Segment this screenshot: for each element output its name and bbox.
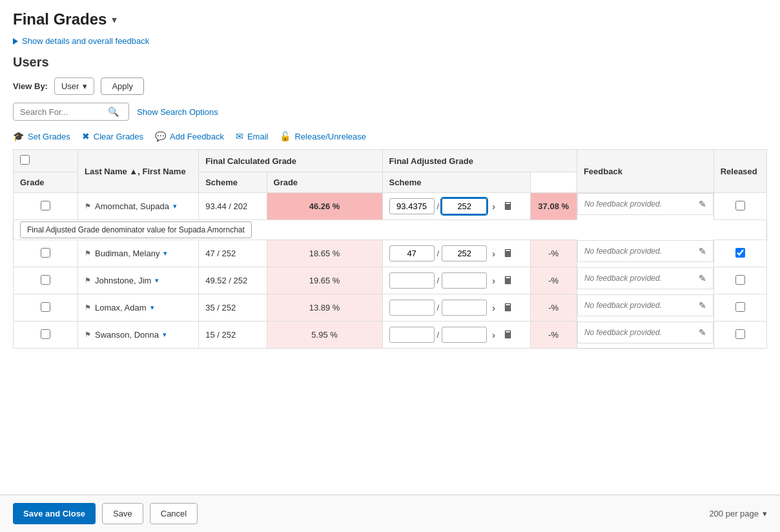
student-row-chevron-icon[interactable]: ▾ <box>150 303 154 312</box>
adj-numerator-input[interactable] <box>389 245 435 261</box>
calculator-button[interactable]: 🖩 <box>500 200 516 214</box>
adj-denominator-input[interactable] <box>442 272 487 289</box>
flag-icon: ⚑ <box>85 331 91 339</box>
adj-denominator-input[interactable] <box>442 198 487 214</box>
details-triangle-icon <box>13 38 18 45</box>
save-button[interactable]: Save <box>102 503 143 524</box>
row-checkbox[interactable] <box>41 248 50 258</box>
search-icon: 🔍 <box>108 107 119 117</box>
edit-feedback-button[interactable]: ✎ <box>699 273 706 283</box>
select-all-checkbox[interactable] <box>20 155 30 165</box>
add-feedback-button[interactable]: 💬 Add Feedback <box>155 131 224 141</box>
edit-feedback-button[interactable]: ✎ <box>699 300 706 311</box>
feedback-text: No feedback provided. <box>584 200 662 209</box>
calc-scheme-cell: 5.95 % <box>267 322 382 349</box>
released-checkbox[interactable] <box>735 248 745 258</box>
apply-button[interactable]: Apply <box>101 77 144 95</box>
student-row-chevron-icon[interactable]: ▾ <box>163 331 167 339</box>
adj-denominator-input[interactable] <box>442 245 487 261</box>
edit-feedback-button[interactable]: ✎ <box>699 327 706 338</box>
table-row: ⚑ Amornchat, Supada ▾ 93.44 / 20246.26 %… <box>14 193 767 220</box>
calculator-button[interactable]: 🖩 <box>500 301 516 315</box>
title-chevron-icon[interactable]: ▾ <box>112 14 117 26</box>
slash-separator: / <box>437 303 440 312</box>
header-select-all-checkbox[interactable] <box>14 150 78 172</box>
released-checkbox[interactable] <box>735 275 745 285</box>
released-checkbox[interactable] <box>735 329 745 339</box>
row-checkbox[interactable] <box>41 302 50 312</box>
calc-grade-cell: 93.44 / 202 <box>199 193 267 220</box>
student-name-text: Amornchat, Supada <box>95 201 169 211</box>
release-unrelease-button[interactable]: 🔓 Release/Unrelease <box>280 131 366 141</box>
row-student-name-cell: ⚑ Swanson, Donna ▾ <box>78 322 199 349</box>
email-button[interactable]: ✉ Email <box>236 131 269 141</box>
calculator-button[interactable]: 🖩 <box>500 247 516 261</box>
feedback-text: No feedback provided. <box>584 328 662 337</box>
header-released: Released <box>713 150 766 193</box>
header-feedback: Feedback <box>577 150 713 193</box>
adj-numerator-input[interactable] <box>389 272 435 289</box>
calculator-button[interactable]: 🖩 <box>500 274 516 288</box>
page-title-row: Final Grades ▾ <box>13 10 767 28</box>
row-student-name-cell: ⚑ Amornchat, Supada ▾ <box>78 193 199 220</box>
view-by-dropdown[interactable]: User ▾ <box>54 77 94 95</box>
show-search-options-link[interactable]: Show Search Options <box>137 107 218 117</box>
student-row-chevron-icon[interactable]: ▾ <box>155 276 159 285</box>
adj-arrow-button[interactable]: › <box>489 200 498 213</box>
adj-arrow-button[interactable]: › <box>489 247 498 260</box>
row-checkbox-cell <box>14 240 78 267</box>
row-student-name-cell: ⚑ Lomax, Adam ▾ <box>78 294 199 322</box>
adj-arrow-button[interactable]: › <box>489 302 498 314</box>
tooltip-cell: Final Adjusted Grade denominator value f… <box>14 220 767 240</box>
show-details-link[interactable]: Show details and overall feedback <box>13 36 767 46</box>
row-checkbox[interactable] <box>41 275 50 285</box>
adj-denominator-input[interactable] <box>442 300 487 316</box>
search-input[interactable] <box>20 107 104 117</box>
released-checkbox[interactable] <box>735 302 745 312</box>
page-title: Final Grades <box>13 10 107 28</box>
student-name-text: Budiman, Melany <box>95 249 159 258</box>
row-checkbox[interactable] <box>41 201 50 210</box>
released-checkbox[interactable] <box>735 201 745 210</box>
student-row-chevron-icon[interactable]: ▾ <box>163 249 167 258</box>
clear-grades-button[interactable]: ✖ Clear Grades <box>82 131 143 141</box>
student-name: ⚑ Lomax, Adam ▾ <box>85 303 192 312</box>
header-name-label: Last Name ▲, First Name <box>85 167 186 176</box>
email-label: Email <box>247 132 269 141</box>
footer-left: Save and Close Save Cancel <box>13 503 198 524</box>
adj-grade-cell: /›🖩 <box>382 240 530 267</box>
student-row-chevron-icon[interactable]: ▾ <box>173 202 177 210</box>
adj-denominator-input[interactable] <box>442 327 487 343</box>
header-name: Last Name ▲, First Name <box>78 150 199 193</box>
add-feedback-label: Add Feedback <box>170 132 224 141</box>
student-name: ⚑ Budiman, Melany ▾ <box>85 249 192 258</box>
row-checkbox-cell <box>14 267 78 294</box>
adj-scheme-cell: -% <box>530 322 577 349</box>
adj-numerator-input[interactable] <box>389 327 435 343</box>
save-and-close-button[interactable]: Save and Close <box>13 503 96 524</box>
student-name: ⚑ Swanson, Donna ▾ <box>85 330 192 340</box>
edit-feedback-button[interactable]: ✎ <box>699 199 706 209</box>
adj-scheme-cell: -% <box>530 294 577 322</box>
view-by-chevron-icon: ▾ <box>83 81 87 91</box>
cancel-button[interactable]: Cancel <box>150 503 198 524</box>
edit-feedback-button[interactable]: ✎ <box>699 246 706 256</box>
set-grades-icon: 🎓 <box>13 131 24 141</box>
set-grades-button[interactable]: 🎓 Set Grades <box>13 131 70 141</box>
row-checkbox[interactable] <box>41 329 50 339</box>
adj-grade-input-group: /›🖩 <box>389 327 524 343</box>
adj-grade-cell: /›🖩 <box>382 294 530 322</box>
adj-arrow-button[interactable]: › <box>489 329 498 342</box>
feedback-text: No feedback provided. <box>584 274 662 283</box>
adj-arrow-button[interactable]: › <box>489 274 498 287</box>
table-row: ⚑ Swanson, Donna ▾ 15 / 2525.95 %/›🖩-% N… <box>14 322 767 349</box>
per-page-chevron-icon[interactable]: ▾ <box>763 509 767 518</box>
adj-numerator-input[interactable] <box>389 300 435 316</box>
adj-numerator-input[interactable] <box>389 198 435 214</box>
flag-icon: ⚑ <box>85 276 91 285</box>
flag-icon: ⚑ <box>85 249 91 258</box>
calculator-button[interactable]: 🖩 <box>500 328 516 342</box>
tooltip-row: Final Adjusted Grade denominator value f… <box>14 220 767 240</box>
adj-scheme-cell: -% <box>530 240 577 267</box>
calc-scheme-cell: 13.89 % <box>267 294 382 322</box>
